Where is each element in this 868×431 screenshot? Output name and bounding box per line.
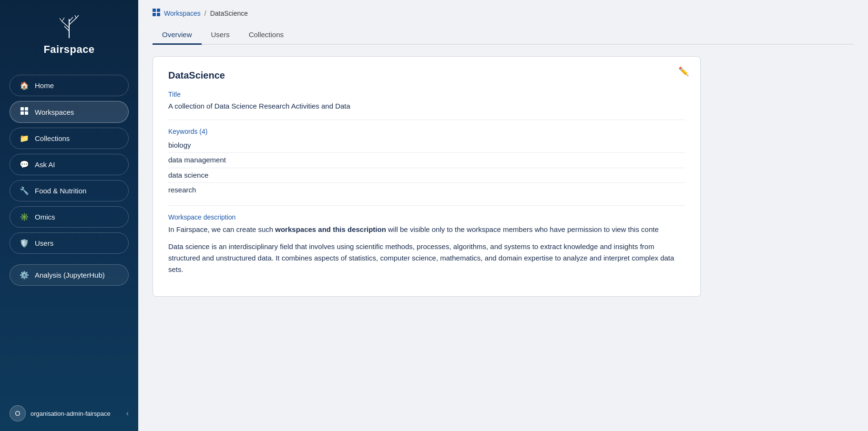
logo-text: Fairspace: [43, 43, 94, 56]
keywords-field-section: Keywords (4) biologydata managementdata …: [168, 128, 685, 206]
svg-rect-16: [157, 13, 160, 16]
sidebar-item-analysis-label: Analysis (JupyterHub): [35, 271, 105, 279]
svg-rect-14: [157, 9, 160, 12]
sidebar-item-ask-ai[interactable]: 💬 Ask AI: [10, 154, 129, 175]
home-icon: 🏠: [20, 81, 29, 90]
description-intro-prefix: In Fairspace, we can create such: [168, 225, 275, 233]
sidebar-item-analysis[interactable]: ⚙️ Analysis (JupyterHub): [10, 264, 129, 286]
title-field-section: Title A collection of Data Science Resea…: [168, 90, 685, 120]
sidebar-bottom: O organisation-admin-fairspace ‹: [0, 405, 138, 421]
workspaces-icon: [20, 107, 29, 117]
sidebar-item-omics-label: Omics: [35, 213, 55, 221]
nav-items: 🏠 Home Workspaces 📁 Collections 💬 Ask AI…: [10, 75, 129, 254]
sidebar-item-omics[interactable]: ✳️ Omics: [10, 206, 129, 228]
svg-rect-10: [25, 107, 28, 110]
svg-line-1: [62, 21, 69, 28]
sidebar-item-home[interactable]: 🏠 Home: [10, 75, 129, 96]
svg-line-6: [76, 15, 79, 18]
keywords-list: biologydata managementdata scienceresear…: [168, 138, 685, 198]
keyword-item: data management: [168, 153, 685, 168]
content-area: DataScience ✏️ Title A collection of Dat…: [138, 45, 868, 431]
tabs: Overview Users Collections: [153, 26, 854, 45]
analysis-icon: ⚙️: [20, 271, 29, 280]
user-avatar: O: [10, 405, 26, 421]
tab-users[interactable]: Users: [202, 26, 239, 45]
user-initials: O: [15, 410, 20, 417]
tab-collections[interactable]: Collections: [239, 26, 293, 45]
breadcrumb-separator: /: [204, 10, 206, 17]
description-field-label: Workspace description: [168, 213, 685, 221]
sidebar-item-collections-label: Collections: [35, 134, 70, 142]
sidebar-item-food-nutrition-label: Food & Nutrition: [35, 187, 86, 195]
description-intro-suffix: will be visible only to the workspace me…: [386, 225, 659, 233]
sidebar-item-food-nutrition[interactable]: 🔧 Food & Nutrition: [10, 180, 129, 201]
svg-rect-12: [25, 111, 28, 115]
sidebar-item-users[interactable]: 🛡️ Users: [10, 232, 129, 254]
user-info: O organisation-admin-fairspace: [10, 405, 111, 421]
svg-line-2: [69, 18, 76, 25]
top-bar: Workspaces / DataScience Overview Users …: [138, 0, 868, 45]
svg-rect-15: [153, 13, 156, 16]
sidebar-item-ask-ai-label: Ask AI: [35, 160, 55, 169]
sidebar: Fairspace 🏠 Home Workspaces 📁 Collection…: [0, 0, 138, 431]
keyword-item: biology: [168, 138, 685, 153]
svg-line-8: [69, 17, 73, 21]
sidebar-item-workspaces-label: Workspaces: [35, 108, 74, 116]
collections-icon: 📁: [20, 134, 29, 143]
sidebar-item-collections[interactable]: 📁 Collections: [10, 128, 129, 149]
description-bold-text: workspaces and this description: [275, 225, 386, 233]
sidebar-item-workspaces[interactable]: Workspaces: [10, 101, 129, 123]
svg-rect-11: [20, 111, 24, 115]
breadcrumb: Workspaces / DataScience: [153, 9, 854, 18]
workspace-card: DataScience ✏️ Title A collection of Dat…: [153, 56, 701, 297]
svg-rect-13: [153, 9, 156, 12]
edit-button[interactable]: ✏️: [678, 66, 689, 77]
description-body: Data science is an interdisciplinary fie…: [168, 241, 685, 275]
sidebar-collapse-button[interactable]: ‹: [126, 409, 129, 418]
svg-line-5: [62, 18, 64, 21]
tab-overview[interactable]: Overview: [153, 26, 202, 45]
title-field-value: A collection of Data Science Research Ac…: [168, 101, 685, 112]
user-name: organisation-admin-fairspace: [31, 410, 111, 417]
breadcrumb-current: DataScience: [210, 10, 248, 17]
svg-line-4: [60, 18, 62, 21]
breadcrumb-workspaces-link[interactable]: Workspaces: [164, 10, 201, 17]
title-field-label: Title: [168, 90, 685, 98]
svg-line-7: [75, 15, 76, 18]
food-nutrition-icon: 🔧: [20, 186, 29, 195]
description-field-section: Workspace description In Fairspace, we c…: [168, 213, 685, 283]
ask-ai-icon: 💬: [20, 160, 29, 169]
workspace-card-title: DataScience: [168, 70, 685, 81]
workspaces-breadcrumb-icon: [153, 9, 160, 18]
users-shield-icon: 🛡️: [20, 239, 29, 248]
keyword-item: data science: [168, 168, 685, 183]
keywords-field-label: Keywords (4): [168, 128, 685, 135]
sidebar-item-users-label: Users: [35, 239, 53, 247]
svg-rect-9: [20, 107, 24, 110]
sidebar-item-home-label: Home: [35, 81, 54, 90]
edit-pencil-icon: ✏️: [678, 67, 689, 76]
analysis-nav: ⚙️ Analysis (JupyterHub): [10, 260, 129, 286]
main-content: Workspaces / DataScience Overview Users …: [138, 0, 868, 431]
keyword-item: research: [168, 183, 685, 198]
description-intro: In Fairspace, we can create such workspa…: [168, 224, 685, 235]
logo-area: Fairspace: [43, 14, 94, 56]
fairspace-logo-icon: [55, 14, 83, 40]
omics-icon: ✳️: [20, 212, 29, 221]
